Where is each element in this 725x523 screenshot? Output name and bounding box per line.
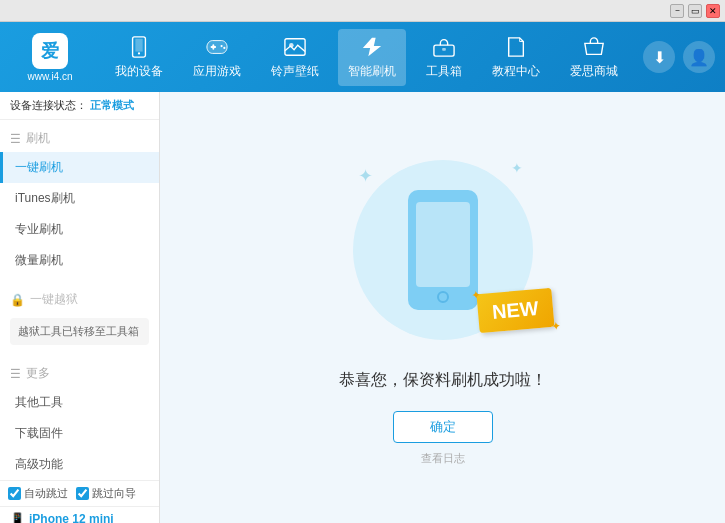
jailbreak-info-text: 越狱工具已转移至工具箱 [18,325,139,337]
nav-wallpaper-label: 铃声壁纸 [271,63,319,80]
nav-store-label: 爱思商城 [570,63,618,80]
close-button[interactable]: ✕ [706,4,720,18]
svg-rect-10 [442,47,446,50]
status-value: 正常模式 [90,99,134,111]
nav-tutorials-label: 教程中心 [492,63,540,80]
lock-icon: 🔒 [10,293,25,307]
skip-guide-checkbox[interactable] [76,487,89,500]
phone-screen [416,202,470,287]
logo: 爱 www.i4.cn [10,33,90,82]
sidebar-download-firmware[interactable]: 下载固件 [0,418,159,449]
skip-guide-text: 跳过向导 [92,486,136,501]
wallpaper-icon [281,35,309,59]
gamepad-icon [203,35,231,59]
show-log-link[interactable]: 查看日志 [421,451,465,466]
svg-point-2 [138,52,140,54]
nav-my-device-label: 我的设备 [115,63,163,80]
title-bar: － ▭ ✕ [0,0,725,22]
auto-skip-text: 自动跳过 [24,486,68,501]
nav-wallpaper[interactable]: 铃声壁纸 [261,29,329,86]
restore-button[interactable]: ▭ [688,4,702,18]
checkbox-area: 自动跳过 跳过向导 [0,480,159,506]
nav-smart-flash[interactable]: 智能刷机 [338,29,406,86]
download-button[interactable]: ⬇ [643,41,675,73]
sidebar: 设备连接状态： 正常模式 ☰ 刷机 一键刷机 iTunes刷机 专业刷机 微量刷… [0,92,160,523]
device-name: 📱 iPhone 12 mini [10,512,149,523]
logo-text-icon: 爱 [41,39,59,63]
svg-rect-4 [212,44,214,50]
phone-body [408,190,478,310]
success-text: 恭喜您，保资料刷机成功啦！ [339,370,547,391]
auto-skip-checkbox[interactable] [8,487,21,500]
user-button[interactable]: 👤 [683,41,715,73]
confirm-button[interactable]: 确定 [393,411,493,443]
status-bar: 设备连接状态： 正常模式 [0,92,159,120]
nav-tutorials[interactable]: 教程中心 [482,29,550,86]
flash-section-header: ☰ 刷机 [0,125,159,152]
sparkle-topleft: ✦ [358,165,373,187]
book-icon [502,35,530,59]
new-badge: NEW [476,287,554,332]
sparkle-topright: ✦ [511,160,523,176]
store-icon [580,35,608,59]
nav-toolbox[interactable]: 工具箱 [416,29,472,86]
sidebar-micro-flash[interactable]: 微量刷机 [0,245,159,276]
app-container: － ▭ ✕ 爱 www.i4.cn 我的设备 应用游戏 [0,0,725,523]
more-section-label: 更多 [26,365,50,382]
status-label: 设备连接状态： [10,99,87,111]
sidebar-advanced[interactable]: 高级功能 [0,449,159,480]
minimize-button[interactable]: － [670,4,684,18]
main-content: ✦ ✦ NEW 恭喜您，保资料刷机成功啦！ 确定 查看日志 [160,92,725,523]
phone-illustration: ✦ ✦ NEW [343,150,543,350]
auto-skip-label[interactable]: 自动跳过 [8,486,68,501]
sidebar-other-tools[interactable]: 其他工具 [0,387,159,418]
svg-rect-1 [135,38,142,51]
body-area: 设备连接状态： 正常模式 ☰ 刷机 一键刷机 iTunes刷机 专业刷机 微量刷… [0,92,725,523]
sidebar-one-click-flash[interactable]: 一键刷机 [0,152,159,183]
jailbreak-info: 越狱工具已转移至工具箱 [10,318,149,345]
nav-items: 我的设备 应用游戏 铃声壁纸 智能刷机 [100,29,633,86]
title-bar-controls: － ▭ ✕ [670,4,720,18]
nav-smart-flash-label: 智能刷机 [348,63,396,80]
phone-small-icon: 📱 [10,512,25,523]
logo-url: www.i4.cn [27,71,72,82]
nav-toolbox-label: 工具箱 [426,63,462,80]
svg-rect-7 [285,38,305,55]
skip-guide-label[interactable]: 跳过向导 [76,486,136,501]
nav-store[interactable]: 爱思商城 [560,29,628,86]
header-right: ⬇ 👤 [643,41,715,73]
nav-apps-label: 应用游戏 [193,63,241,80]
toolbox-icon [430,35,458,59]
jailbreak-section-header: 🔒 一键越狱 [0,286,159,313]
logo-icon: 爱 [32,33,68,69]
jailbreak-section-label: 一键越狱 [30,291,78,308]
more-icon: ☰ [10,367,21,381]
svg-point-6 [223,46,225,48]
more-section-header: ☰ 更多 [0,360,159,387]
header: 爱 www.i4.cn 我的设备 应用游戏 铃声壁纸 [0,22,725,92]
sidebar-pro-flash[interactable]: 专业刷机 [0,214,159,245]
flash-section-label: 刷机 [26,130,50,147]
phone-home-button [437,291,449,303]
flash-section-icon: ☰ [10,132,21,146]
device-info: 📱 iPhone 12 mini 64GB Down-12mini-13,1 [0,506,159,523]
flash-icon [358,35,386,59]
nav-apps[interactable]: 应用游戏 [183,29,251,86]
nav-my-device[interactable]: 我的设备 [105,29,173,86]
svg-point-5 [220,44,222,46]
phone-icon [125,35,153,59]
sidebar-itunes-flash[interactable]: iTunes刷机 [0,183,159,214]
